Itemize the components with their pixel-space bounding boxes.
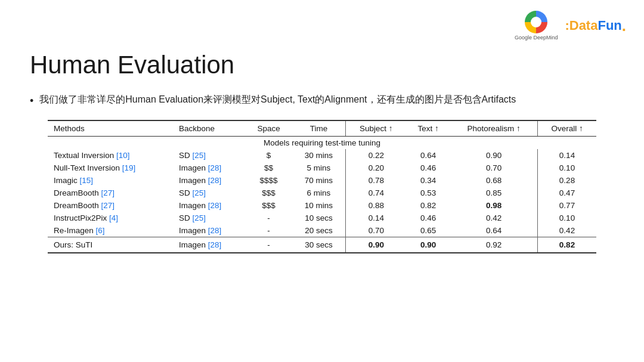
col-time: Time <box>292 120 345 137</box>
cell-backbone: Imagen [28] <box>173 224 246 237</box>
table-row-ours: Ours: SuTI Imagen [28] - 30 secs 0.90 0.… <box>48 237 596 253</box>
cell-text: 0.64 <box>406 149 450 162</box>
cell-time: 70 mins <box>292 174 345 187</box>
cell-method-ours: Ours: SuTI <box>48 237 173 253</box>
google-deepmind-logo: Google DeepMind <box>515 11 558 41</box>
slide-container: Google DeepMind :DataFun. Human Evaluati… <box>0 0 644 362</box>
cell-time: 30 mins <box>292 149 345 162</box>
cell-photo-ours: 0.92 <box>450 237 537 253</box>
table-row: Null-Text Inversion [19] Imagen [28] $$ … <box>48 162 596 174</box>
cell-backbone: SD [25] <box>173 212 246 224</box>
cell-photo: 0.68 <box>450 174 537 187</box>
cell-time: 5 mins <box>292 162 345 174</box>
col-text: Text ↑ <box>406 120 450 137</box>
table-row: InstructPix2Pix [4] SD [25] - 10 secs 0.… <box>48 212 596 224</box>
col-space: Space <box>246 120 292 137</box>
cell-subject: 0.88 <box>346 199 406 212</box>
google-deepmind-circle-icon <box>525 11 547 33</box>
cell-text: 0.82 <box>406 199 450 212</box>
cell-space: - <box>246 212 292 224</box>
col-overall: Overall ↑ <box>538 120 596 137</box>
cell-space: $$$ <box>246 199 292 212</box>
cell-subject: 0.14 <box>346 212 406 224</box>
cell-space: $$$$ <box>246 174 292 187</box>
cell-overall: 0.77 <box>538 199 596 212</box>
table-header-row: Methods Backbone Space Time Subject ↑ Te… <box>48 120 596 137</box>
cell-photo: 0.98 <box>450 199 537 212</box>
cell-overall-ours: 0.82 <box>538 237 596 253</box>
cell-backbone-ours: Imagen [28] <box>173 237 246 253</box>
cell-overall: 0.14 <box>538 149 596 162</box>
table-footer: Ours: SuTI Imagen [28] - 30 secs 0.90 0.… <box>48 237 596 253</box>
eval-table: Methods Backbone Space Time Subject ↑ Te… <box>48 120 596 253</box>
bullet-dot-icon: • <box>30 93 33 109</box>
cell-time: 6 mins <box>292 187 345 199</box>
datafun-colon: : <box>565 18 569 33</box>
table-row: DreamBooth [27] SD [25] $$$ 6 mins 0.74 … <box>48 187 596 199</box>
cell-method: Textual Inversion [10] <box>48 149 173 162</box>
cell-backbone: SD [25] <box>173 187 246 199</box>
cell-subject: 0.70 <box>346 224 406 237</box>
cell-backbone: Imagen [28] <box>173 174 246 187</box>
cell-subject: 0.22 <box>346 149 406 162</box>
cell-text: 0.34 <box>406 174 450 187</box>
page-title: Human Evaluation <box>30 51 614 79</box>
cell-subject: 0.74 <box>346 187 406 199</box>
bullet-item: • 我们做了非常详尽的Human Evaluation来评测模型对Subject… <box>30 92 614 109</box>
cell-overall: 0.42 <box>538 224 596 237</box>
cell-space: $$ <box>246 162 292 174</box>
col-methods: Methods <box>48 120 173 137</box>
table-body: Textual Inversion [10] SD [25] $ 30 mins… <box>48 149 596 237</box>
cell-photo: 0.90 <box>450 149 537 162</box>
bullet-text: 我们做了非常详尽的Human Evaluation来评测模型对Subject, … <box>39 92 516 107</box>
cell-text: 0.53 <box>406 187 450 199</box>
cell-space-ours: - <box>246 237 292 253</box>
cell-photo: 0.70 <box>450 162 537 174</box>
cell-text: 0.46 <box>406 162 450 174</box>
datafun-fun-text: Fun <box>597 18 621 33</box>
cell-time: 20 secs <box>292 224 345 237</box>
datafun-data-text: Data <box>569 18 598 33</box>
cell-time-ours: 30 secs <box>292 237 345 253</box>
cell-backbone: SD [25] <box>173 149 246 162</box>
section-header-text: Models requiring test-time tuning <box>48 137 596 150</box>
cell-method: DreamBooth [27] <box>48 187 173 199</box>
datafun-dot: . <box>622 17 626 35</box>
col-backbone: Backbone <box>173 120 246 137</box>
table-row: Imagic [15] Imagen [28] $$$$ 70 mins 0.7… <box>48 174 596 187</box>
cell-backbone: Imagen [28] <box>173 162 246 174</box>
cell-subject-ours: 0.90 <box>346 237 406 253</box>
cell-photo: 0.85 <box>450 187 537 199</box>
cell-photo: 0.42 <box>450 212 537 224</box>
table-row: Re-Imagen [6] Imagen [28] - 20 secs 0.70… <box>48 224 596 237</box>
cell-text: 0.46 <box>406 212 450 224</box>
cell-space: $ <box>246 149 292 162</box>
cell-method: InstructPix2Pix [4] <box>48 212 173 224</box>
google-deepmind-label: Google DeepMind <box>515 35 558 41</box>
cell-overall: 0.10 <box>538 212 596 224</box>
cell-method: Imagic [15] <box>48 174 173 187</box>
cell-overall: 0.47 <box>538 187 596 199</box>
col-subject: Subject ↑ <box>346 120 406 137</box>
cell-text: 0.65 <box>406 224 450 237</box>
cell-method: Null-Text Inversion [19] <box>48 162 173 174</box>
datafun-logo: :DataFun. <box>565 17 626 35</box>
cell-method: DreamBooth [27] <box>48 199 173 212</box>
cell-backbone: Imagen [28] <box>173 199 246 212</box>
cell-overall: 0.10 <box>538 162 596 174</box>
cell-text-ours: 0.90 <box>406 237 450 253</box>
section-header-row: Models requiring test-time tuning <box>48 137 596 150</box>
cell-subject: 0.78 <box>346 174 406 187</box>
cell-subject: 0.20 <box>346 162 406 174</box>
eval-table-wrapper: Methods Backbone Space Time Subject ↑ Te… <box>48 120 614 253</box>
cell-photo: 0.64 <box>450 224 537 237</box>
cell-time: 10 mins <box>292 199 345 212</box>
cell-overall: 0.28 <box>538 174 596 187</box>
cell-space: - <box>246 224 292 237</box>
table-row: Textual Inversion [10] SD [25] $ 30 mins… <box>48 149 596 162</box>
cell-space: $$$ <box>246 187 292 199</box>
cell-method: Re-Imagen [6] <box>48 224 173 237</box>
cell-time: 10 secs <box>292 212 345 224</box>
table-row: DreamBooth [27] Imagen [28] $$$ 10 mins … <box>48 199 596 212</box>
bullet-section: • 我们做了非常详尽的Human Evaluation来评测模型对Subject… <box>30 92 614 109</box>
